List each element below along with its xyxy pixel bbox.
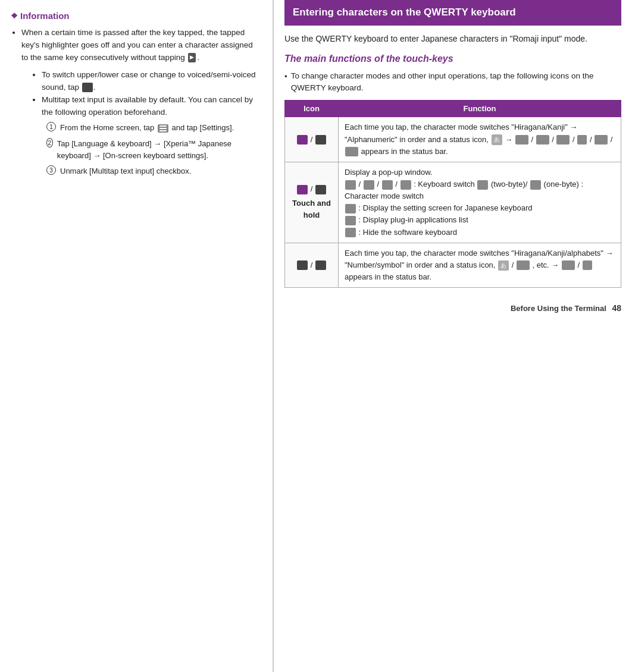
- voiced-icon: [82, 83, 93, 92]
- table-row: / Each time you tap, the character mode …: [285, 243, 621, 287]
- sub-heading: The main functions of the touch-keys: [284, 54, 621, 64]
- hide-keyboard-icon: [345, 228, 356, 237]
- bullet-text-1: When a certain time is passed after the …: [21, 28, 253, 62]
- table-row: / Each time you tap, the character mode …: [285, 117, 621, 162]
- step-num-2: 2: [46, 138, 53, 147]
- row3-icon-cell: /: [285, 243, 339, 287]
- section-intro-text: Use the QWERTY keyboard to enter Japanes…: [284, 34, 587, 43]
- sub-heading-text: The main functions of the touch-keys: [284, 54, 453, 64]
- touch-and-hold-label: Touch and hold: [291, 197, 332, 221]
- table-row: / Touch and hold Display a pop-up window…: [285, 162, 621, 243]
- function-table: Icon Function / Each time you tap, the c…: [284, 100, 621, 288]
- row1-slash: /: [311, 135, 315, 144]
- main-bullet-list: When a certain time is passed after the …: [11, 27, 261, 177]
- status-icon-2: [536, 135, 549, 145]
- jp-char-ah: あ: [492, 134, 502, 145]
- right-column: Entering characters on the QWERTY keyboa…: [274, 0, 632, 672]
- row2-icon-cell: / Touch and hold: [285, 162, 339, 243]
- row3-slash: /: [311, 260, 315, 269]
- step-2: 2 Tap [Language & keyboard] → [Xperia™ J…: [42, 138, 261, 162]
- footer-text: Before Using the Terminal: [511, 304, 606, 313]
- info-heading-text: Information: [20, 11, 70, 21]
- intro-bullet-text: To change character modes and other inpu…: [291, 70, 621, 95]
- icon-dark-a: [315, 135, 326, 145]
- icon-purple-b: [297, 185, 308, 194]
- info-heading: Information: [11, 11, 261, 21]
- status-icon-4: [577, 135, 587, 145]
- popup-icon-4: [401, 180, 411, 190]
- status-icon-5: [595, 135, 608, 145]
- row1-function-cell: Each time you tap, the character mode sw…: [339, 117, 621, 162]
- menu-icon: [158, 124, 168, 133]
- step-1: 1 From the Home screen, tap and tap [Set…: [42, 122, 261, 134]
- popup-icon-3: [382, 180, 393, 190]
- footer: Before Using the Terminal 48: [284, 300, 621, 313]
- sub-bullet-list: To switch upper/lower case or change to …: [31, 69, 261, 177]
- step-3: 3 Unmark [Multitap text input] checkbox.: [42, 165, 261, 177]
- left-column: Information When a certain time is passe…: [0, 0, 274, 672]
- col-icon-header: Icon: [285, 101, 339, 117]
- section-intro: Use the QWERTY keyboard to enter Japanes…: [284, 33, 621, 45]
- num-status-2: [562, 260, 575, 270]
- popup-icon-6: [530, 180, 541, 190]
- icon-dark-b: [315, 185, 326, 194]
- jp-char-ah2: あ: [498, 260, 509, 271]
- sub-bullet-2: Multitap text input is available by defa…: [42, 94, 261, 177]
- row1-icon-a: [296, 135, 311, 144]
- settings-icon: [345, 204, 356, 213]
- intro-bullet: To change character modes and other inpu…: [284, 70, 621, 95]
- row3-function-cell: Each time you tap, the character mode sw…: [339, 243, 621, 287]
- arrow-icon-inline: ▶: [188, 53, 196, 62]
- sub-bullet-1: To switch upper/lower case or change to …: [42, 69, 261, 94]
- plugin-icon: [345, 216, 356, 225]
- popup-icon-2: [364, 180, 374, 190]
- page-number: 48: [612, 303, 621, 313]
- step-text-2: Tap [Language & keyboard] → [Xperia™ Jap…: [57, 138, 261, 162]
- popup-icon-5: [477, 180, 488, 190]
- step-num-3: 3: [46, 165, 56, 175]
- icon-purple-a: [297, 135, 308, 145]
- row2-slash: /: [311, 184, 315, 193]
- status-icon-6: [345, 147, 358, 156]
- table-header-row: Icon Function: [285, 101, 621, 117]
- step-num-1: 1: [46, 122, 56, 131]
- popup-icon-1: [345, 180, 356, 190]
- bullet-item-1: When a certain time is passed after the …: [21, 27, 261, 177]
- step-text-3: Unmark [Multitap text input] checkbox.: [60, 165, 191, 177]
- section-heading-text: Entering characters on the QWERTY keyboa…: [293, 7, 516, 18]
- row2-function-cell: Display a pop-up window. / / / : Keyboar…: [339, 162, 621, 243]
- num-status-1: [517, 260, 530, 270]
- step-list: 1 From the Home screen, tap and tap [Set…: [42, 122, 261, 177]
- step-text-1: From the Home screen, tap and tap [Setti…: [60, 122, 234, 134]
- num-status-3: [583, 260, 592, 270]
- row1-icon-b: [315, 135, 327, 144]
- icon-num-1: [297, 260, 308, 270]
- status-icon-3: [556, 135, 570, 145]
- status-icon-1: [515, 135, 528, 145]
- icon-num-2: [315, 260, 326, 270]
- row1-icon-cell: /: [285, 117, 339, 162]
- col-function-header: Function: [339, 101, 621, 117]
- section-heading: Entering characters on the QWERTY keyboa…: [284, 0, 621, 26]
